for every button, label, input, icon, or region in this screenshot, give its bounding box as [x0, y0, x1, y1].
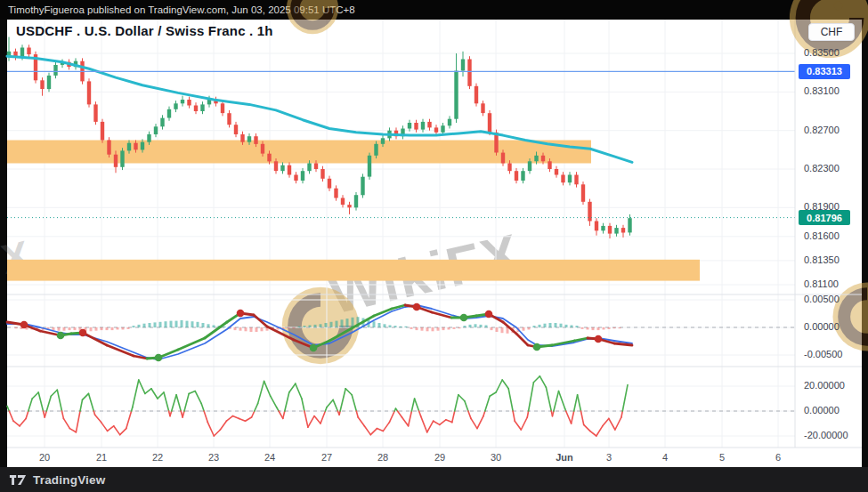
time-axis-label: 27 — [307, 452, 346, 463]
tradingview-screenshot: X WikiFX TimothyFigueroa published on Tr… — [0, 0, 868, 492]
brand-bar: TradingView — [0, 467, 868, 492]
price-axis-label: 0.83500 — [804, 47, 840, 58]
time-axis-label: 23 — [194, 452, 233, 463]
price-scale[interactable]: 0.835000.831000.827000.823000.819000.816… — [795, 20, 862, 448]
price-axis-label: 0.81100 — [804, 278, 839, 289]
time-axis-label: 20 — [25, 452, 64, 463]
attribution-bar: TimothyFigueroa published on TradingView… — [0, 0, 868, 20]
time-axis-label: 29 — [420, 452, 459, 463]
time-axis-label: 22 — [138, 452, 177, 463]
brand-name: TradingView — [33, 473, 105, 487]
time-axis-label: 30 — [476, 452, 515, 463]
time-axis-label: 3 — [589, 452, 629, 463]
time-axis-label: 5 — [702, 452, 742, 463]
wikifx-lion-watermark — [280, 285, 361, 367]
price-axis-label: 0.81600 — [804, 230, 840, 241]
tradingview-logo-icon — [9, 472, 27, 487]
macd-axis-label: -0.00500 — [804, 349, 842, 359]
time-axis-label: 6 — [758, 452, 798, 463]
oscillator-axis-label: 0.00000 — [804, 405, 840, 415]
time-axis-label: Jun — [545, 452, 584, 463]
price-axis-label: 0.82700 — [804, 125, 840, 135]
price-axis-label: 0.83100 — [804, 85, 840, 96]
wikifx-lion-watermark — [285, 0, 340, 36]
time-axis-label: 24 — [250, 452, 289, 463]
oscillator-axis-label: 20.00000 — [804, 380, 845, 391]
macd-axis-label: 0.00000 — [804, 321, 840, 332]
level-price-badge: 0.83313 — [799, 64, 850, 79]
time-axis-label: 21 — [82, 452, 121, 463]
macd-axis-label: 0.00500 — [804, 294, 840, 304]
time-axis-label: 4 — [645, 452, 685, 463]
price-axis-label: 0.81350 — [804, 254, 840, 265]
chart-title: USDCHF . U.S. Dollar / Swiss Franc . 1h — [16, 23, 273, 38]
current-price-badge: 0.81796 — [799, 210, 850, 225]
oscillator-axis-label: -20.00000 — [804, 430, 848, 440]
price-axis-label: 0.82300 — [804, 163, 840, 173]
time-axis-label: 28 — [363, 452, 402, 463]
time-scale[interactable]: 202122232427282930Jun3456 — [7, 448, 795, 467]
